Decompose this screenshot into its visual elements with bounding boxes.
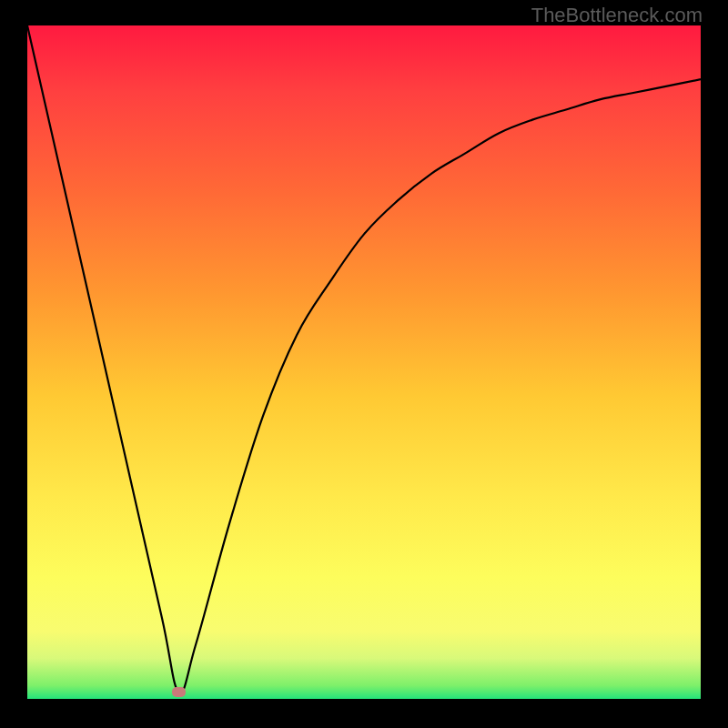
optimal-point-marker — [172, 687, 186, 697]
bottleneck-curve — [27, 25, 701, 693]
watermark-text: TheBottleneck.com — [531, 4, 703, 27]
chart-curve-svg — [27, 25, 701, 699]
